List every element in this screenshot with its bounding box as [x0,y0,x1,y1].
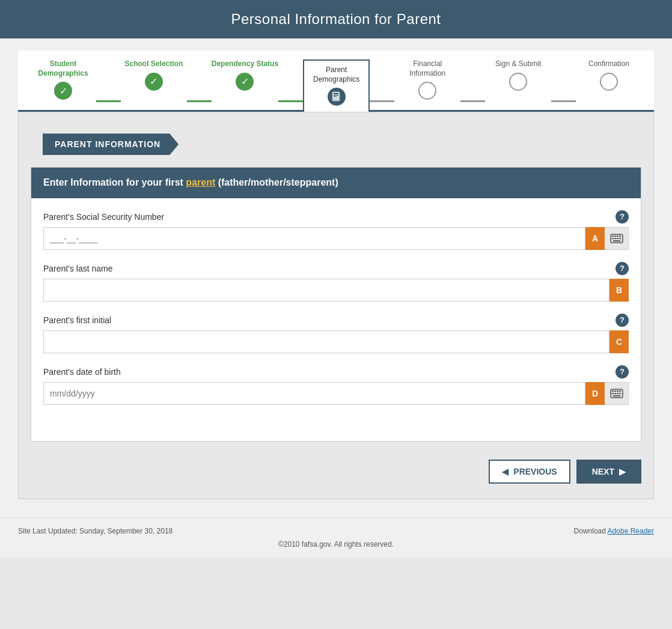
next-arrow-icon: ▶ [619,467,626,476]
connector-5 [460,100,485,102]
page-title: Personal Information for Parent [0,0,672,38]
step-circle-confirmation [600,73,618,91]
step-label-sign-submit: Sign & Submit [495,59,541,69]
step-label-school-selection: School Selection [125,59,183,69]
next-label: NEXT [592,467,614,476]
svg-rect-7 [617,235,619,237]
dob-help-icon[interactable]: ? [615,365,629,378]
step-label-dependency-status: Dependency Status [212,59,278,69]
first-initial-input[interactable] [43,330,609,353]
footer-top: Site Last Updated: Sunday, September 30,… [18,527,654,535]
connector-3 [278,100,303,102]
next-button[interactable]: NEXT ▶ [576,460,641,484]
steps-container: StudentDemographics ✓ School Selection ✓… [30,59,642,110]
content-area: PARENT INFORMATION Enter Information for… [18,112,654,499]
svg-rect-20 [614,393,616,394]
svg-rect-12 [619,238,621,239]
last-name-field-group: Parent's last name ? B [43,262,629,302]
dob-label: Parent's date of birth [43,367,121,377]
step-circle-sign-submit [509,73,527,91]
first-initial-badge: C [609,330,629,353]
step-label-parent-demographics: ParentDemographics [313,65,359,84]
dob-badge: D [585,382,605,405]
download-text: Download Adobe Reader [574,527,654,535]
svg-rect-19 [612,393,614,394]
svg-rect-13 [613,240,620,242]
step-confirmation[interactable]: Confirmation [576,59,642,97]
form-card: Enter Information for your first parent … [31,167,641,441]
last-name-label: Parent's last name [43,264,113,273]
svg-rect-18 [619,390,621,392]
svg-rect-15 [612,390,614,392]
ssn-keyboard-button[interactable] [605,227,629,250]
first-initial-label-row: Parent's first initial ? [43,314,629,327]
connector-1 [96,100,121,102]
first-initial-input-row: C [43,330,629,353]
step-parent-demographics[interactable]: ParentDemographics [303,59,370,112]
connector-4 [370,100,394,102]
svg-rect-1 [334,93,338,94]
last-name-badge: B [609,279,629,302]
previous-arrow-icon: ◀ [502,467,509,476]
form-card-header: Enter Information for your first parent … [31,168,641,198]
first-initial-field-group: Parent's first initial ? C [43,314,629,353]
footer-copyright: ©2010 fafsa.gov. All rights reserved. [18,540,654,548]
step-student-demographics[interactable]: StudentDemographics ✓ [30,59,96,106]
step-label-student-demographics: StudentDemographics [38,59,88,78]
ssn-badge: A [585,227,605,250]
step-circle-financial-information [418,82,436,100]
form-header-link: parent [186,177,215,187]
download-label: Download [574,527,608,535]
dob-input-row: D [43,382,629,405]
previous-label: PREVIOUS [513,467,557,476]
svg-rect-16 [614,390,616,392]
svg-rect-11 [617,238,619,239]
svg-rect-6 [614,235,616,237]
step-circle-dependency-status: ✓ [236,73,254,91]
step-sign-submit[interactable]: Sign & Submit [485,59,551,97]
adobe-reader-link[interactable]: Adobe Reader [608,527,654,535]
last-name-input-row: B [43,279,629,302]
ssn-label: Parent's Social Security Number [43,212,164,222]
step-label-confirmation: Confirmation [588,59,629,69]
step-school-selection[interactable]: School Selection ✓ [121,59,187,97]
form-body: Parent's Social Security Number ? A [31,198,641,429]
step-circle-parent-demographics [328,88,346,106]
progress-bar: StudentDemographics ✓ School Selection ✓… [18,50,654,112]
ssn-input[interactable] [43,227,585,250]
last-name-help-icon[interactable]: ? [615,262,629,275]
svg-rect-21 [617,393,619,394]
dob-keyboard-button[interactable] [605,382,629,405]
svg-rect-2 [334,95,338,96]
dob-input[interactable] [43,382,585,405]
footer: Site Last Updated: Sunday, September 30,… [0,517,672,558]
form-header-prefix: Enter Information for your first [43,177,186,187]
svg-rect-3 [334,96,337,97]
ssn-field-group: Parent's Social Security Number ? A [43,210,629,250]
svg-rect-5 [612,235,614,237]
last-updated-text: Site Last Updated: Sunday, September 30,… [18,527,173,535]
svg-rect-8 [619,235,621,237]
step-label-financial-information: FinancialInformation [409,59,445,78]
first-initial-help-icon[interactable]: ? [615,314,629,327]
ssn-help-icon[interactable]: ? [615,210,629,223]
step-dependency-status[interactable]: Dependency Status ✓ [212,59,278,97]
step-circle-school-selection: ✓ [145,73,163,91]
previous-button[interactable]: ◀ PREVIOUS [489,460,570,484]
last-name-input[interactable] [43,279,609,302]
ssn-input-row: A [43,227,629,250]
svg-rect-22 [619,393,621,394]
first-initial-label: Parent's first initial [43,315,111,325]
svg-rect-17 [617,390,619,392]
svg-rect-9 [612,238,614,239]
step-circle-student-demographics: ✓ [54,82,72,100]
dob-field-group: Parent's date of birth ? D [43,365,629,405]
svg-rect-23 [613,395,620,397]
last-name-label-row: Parent's last name ? [43,262,629,275]
form-header-suffix: (father/mother/stepparent) [215,177,338,187]
section-header: PARENT INFORMATION [43,133,179,155]
connector-2 [187,100,212,102]
button-row: ◀ PREVIOUS NEXT ▶ [19,454,653,484]
svg-rect-10 [614,238,616,239]
step-financial-information[interactable]: FinancialInformation [394,59,460,106]
